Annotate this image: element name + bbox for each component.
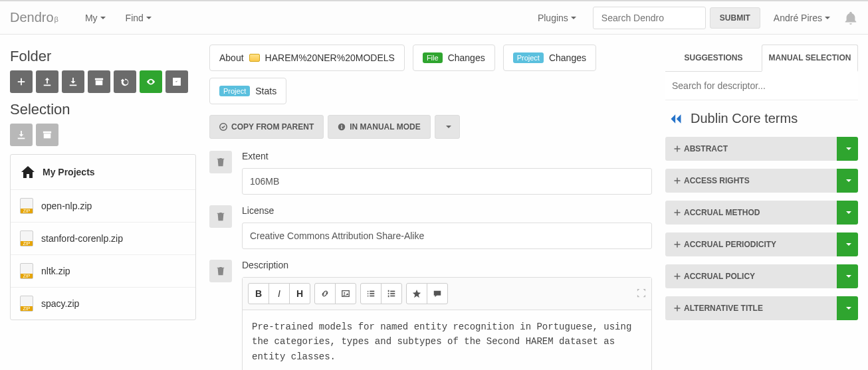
folder-icon	[249, 54, 260, 62]
project-badge: Project	[513, 52, 544, 63]
special-button[interactable]	[406, 283, 427, 304]
copy-from-parent-button[interactable]: COPY FROM PARENT	[209, 115, 324, 139]
archive-button[interactable]	[88, 70, 110, 93]
file-row[interactable]: nltk.zip	[11, 254, 195, 287]
term-alternative-title-dropdown[interactable]	[837, 296, 858, 320]
view-button[interactable]	[140, 70, 162, 93]
svg-rect-12	[390, 291, 395, 292]
projects-heading: My Projects	[11, 155, 195, 189]
plus-icon	[673, 145, 681, 153]
terms-heading[interactable]: Dublin Core terms	[665, 100, 858, 137]
plus-icon	[673, 177, 681, 185]
file-badge: File	[423, 52, 443, 63]
manual-mode-button[interactable]: IN MANUAL MODE	[328, 115, 430, 139]
tab-project-stats[interactable]: Project Stats	[209, 78, 286, 104]
extent-input[interactable]	[242, 168, 652, 195]
expand-button[interactable]	[637, 288, 646, 300]
selection-archive-button[interactable]	[36, 124, 58, 146]
file-row[interactable]: stanford-corenlp.zip	[11, 222, 195, 254]
delete-extent-button[interactable]	[209, 151, 232, 173]
svg-rect-13	[390, 293, 395, 294]
info-icon	[338, 123, 346, 131]
term-accrual-policy-button[interactable]: ACCRUAL POLICY	[665, 264, 837, 288]
delete-description-button[interactable]	[209, 260, 232, 282]
extent-label: Extent	[242, 151, 652, 161]
term-accrual-method-dropdown[interactable]	[837, 201, 858, 225]
chevron-down-icon	[846, 147, 851, 150]
ul-button[interactable]	[360, 283, 381, 304]
tab-file-changes[interactable]: File Changes	[413, 45, 495, 71]
svg-point-10	[368, 296, 369, 297]
term-accrual-periodicity-dropdown[interactable]	[837, 232, 858, 256]
description-textarea[interactable]: Pre-trained models for named entity reco…	[243, 310, 651, 370]
chevron-down-icon	[571, 17, 576, 19]
editor-toolbar: B I H	[243, 278, 651, 310]
plus-icon	[673, 304, 681, 312]
add-button[interactable]	[10, 70, 33, 93]
undo-button[interactable]	[114, 70, 136, 93]
image-button[interactable]	[335, 283, 356, 304]
nav-plugins[interactable]: Plugins	[538, 13, 576, 23]
chevron-down-icon	[100, 17, 106, 19]
zip-icon	[20, 263, 33, 279]
bold-button[interactable]: B	[248, 283, 269, 304]
plus-icon	[673, 240, 681, 248]
manual-mode-dropdown[interactable]	[435, 115, 460, 139]
file-row[interactable]: open-nlp.zip	[11, 189, 195, 222]
term-accrual-periodicity-button[interactable]: ACCRUAL PERIODICITY	[665, 232, 837, 256]
svg-rect-17	[388, 296, 389, 298]
term-abstract-dropdown[interactable]	[837, 137, 858, 161]
svg-point-5	[344, 292, 345, 294]
tab-suggestions[interactable]: SUGGESTIONS	[665, 45, 762, 71]
license-input[interactable]	[242, 223, 652, 249]
svg-rect-15	[388, 290, 389, 292]
bell-icon[interactable]	[843, 11, 858, 25]
term-alternative-title-button[interactable]: ALTERNATIVE TITLE	[665, 296, 837, 320]
tab-manual-selection[interactable]: MANUAL SELECTION	[762, 45, 858, 72]
tab-about[interactable]: About HAREM%20NER%20MODELS	[209, 45, 405, 71]
zip-icon	[20, 231, 33, 246]
nav-my[interactable]: My	[85, 13, 106, 23]
delete-license-button[interactable]	[209, 205, 232, 228]
user-menu[interactable]: André Pires	[774, 13, 830, 23]
center-tabs: About HAREM%20NER%20MODELS File Changes …	[209, 45, 652, 71]
home-icon	[20, 164, 36, 180]
search-input[interactable]	[593, 7, 706, 29]
zip-icon	[20, 198, 33, 214]
italic-button[interactable]: I	[269, 283, 290, 304]
ol-button[interactable]	[381, 283, 402, 304]
submit-button[interactable]: SUBMIT	[710, 7, 760, 29]
term-abstract-button[interactable]: ABSTRACT	[665, 137, 837, 161]
download-button[interactable]	[62, 70, 84, 93]
zip-icon	[20, 296, 33, 312]
brand-logo[interactable]: Dendroβ	[10, 10, 58, 25]
file-row[interactable]: spacy.zip	[11, 287, 195, 320]
selection-download-button[interactable]	[10, 124, 33, 146]
brand-name: Dendro	[10, 10, 54, 25]
trash-icon	[216, 212, 225, 221]
chevron-down-icon	[825, 17, 830, 19]
term-access-rights-dropdown[interactable]	[837, 169, 858, 193]
term-accrual-method-button[interactable]: ACCRUAL METHOD	[665, 201, 837, 225]
heading-button[interactable]: H	[289, 283, 310, 304]
nav-find[interactable]: Find	[126, 13, 152, 23]
description-label: Description	[242, 260, 652, 270]
brand-beta: β	[54, 15, 58, 23]
svg-rect-2	[341, 126, 342, 129]
upload-button[interactable]	[36, 70, 58, 93]
trash-icon	[216, 266, 225, 276]
tab-project-changes[interactable]: Project Changes	[503, 45, 596, 71]
license-label: License	[242, 205, 652, 216]
term-accrual-policy-dropdown[interactable]	[837, 264, 858, 288]
approve-button[interactable]	[165, 70, 188, 93]
svg-rect-9	[370, 293, 374, 294]
description-editor: B I H	[242, 277, 652, 370]
folder-heading: Folder	[10, 48, 196, 65]
comment-button[interactable]	[427, 283, 448, 304]
descriptor-search-input[interactable]	[665, 72, 858, 100]
svg-point-6	[368, 291, 369, 292]
link-button[interactable]	[314, 283, 336, 304]
projects-panel: My Projects open-nlp.zip stanford-corenl…	[10, 154, 196, 320]
file-name: open-nlp.zip	[41, 201, 92, 211]
term-access-rights-button[interactable]: ACCESS RIGHTS	[665, 169, 837, 193]
